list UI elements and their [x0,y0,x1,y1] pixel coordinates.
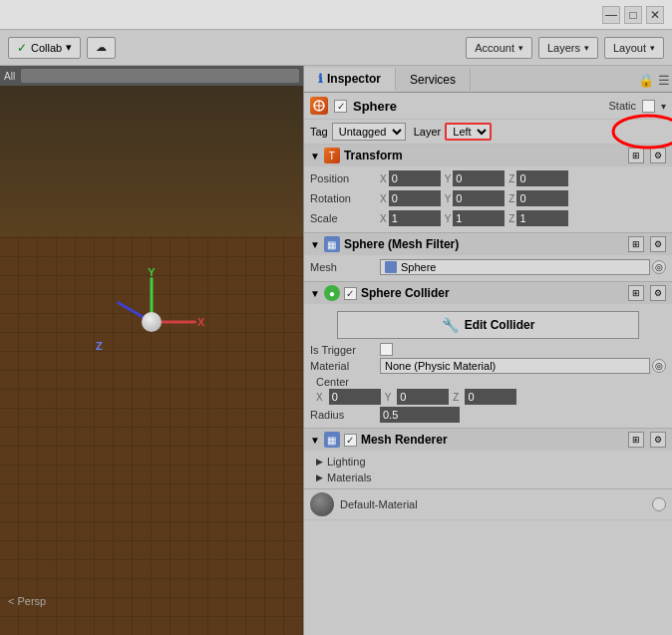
scale-y-input[interactable] [453,210,504,226]
center-y-input[interactable] [397,389,449,405]
materials-expand-row[interactable]: ▶ Materials [310,470,666,485]
wrench-icon: 🔧 [442,317,459,333]
scene-search-bar[interactable] [21,69,299,83]
static-dropdown-arrow[interactable]: ▾ [661,101,666,112]
tag-select[interactable]: Untagged [332,123,406,141]
edit-collider-button[interactable]: 🔧 Edit Collider [337,311,639,339]
account-arrow-icon: ▾ [518,43,523,53]
rotation-label: Rotation [310,192,380,204]
gizmo-z-label: Z [96,340,103,352]
tab-inspector[interactable]: ℹ Inspector [304,68,396,92]
cloud-button[interactable]: ☁ [87,37,116,59]
mesh-filter-gear-button[interactable]: ⚙ [650,236,666,252]
collab-arrow-icon: ▾ [66,41,72,54]
material-target-button[interactable] [652,497,666,511]
mesh-label: Mesh [310,261,380,273]
collider-expand-icon: ▼ [310,288,320,299]
lighting-label: Lighting [327,456,366,468]
transform-save-button[interactable]: ⊞ [628,148,644,163]
tag-label: Tag [310,126,328,138]
pos-x-axis: X [380,173,387,184]
position-z-input[interactable] [516,170,568,186]
scale-x-axis: X [380,213,387,224]
scale-label: Scale [310,212,380,224]
sphere-collider-header[interactable]: ▼ ● Sphere Collider ⊞ ⚙ [304,282,672,304]
object-active-checkbox[interactable] [334,100,347,113]
cloud-icon: ☁ [96,41,107,54]
object-icon [310,97,328,115]
rot-x-axis: X [380,193,387,204]
collab-label: Collab [31,42,62,54]
rotation-y-input[interactable] [453,190,504,206]
mesh-filter-icon: ▦ [324,236,340,252]
collider-save-button[interactable]: ⊞ [628,285,644,301]
mesh-filter-header[interactable]: ▼ ▦ Sphere (Mesh Filter) ⊞ ⚙ [304,233,672,255]
minimize-button[interactable]: — [602,6,620,24]
services-tab-label: Services [410,73,456,87]
position-x-input[interactable] [389,170,441,186]
radius-input[interactable] [380,407,460,423]
center-label: Center [316,376,666,388]
position-y-input[interactable] [453,170,504,186]
layers-button[interactable]: Layers ▾ [538,37,598,59]
mesh-renderer-save-button[interactable]: ⊞ [628,432,644,448]
scale-z-input[interactable] [516,210,568,226]
center-z-input[interactable] [465,389,516,405]
main-area: All Y X Z < Persp ℹ Inspector [0,66,672,635]
scene-view[interactable]: All Y X Z < Persp [0,66,303,635]
tag-layer-row: Tag Untagged Layer Left [304,120,672,145]
material-value-display[interactable]: None (Physic Material) [380,358,650,374]
material-target-icon[interactable]: ◎ [652,359,666,373]
layers-arrow-icon: ▾ [584,43,589,53]
mesh-target-icon[interactable]: ◎ [652,260,666,274]
scale-x-input[interactable] [389,210,441,226]
mesh-filter-save-button[interactable]: ⊞ [628,236,644,252]
mesh-renderer-header[interactable]: ▼ ▦ Mesh Renderer ⊞ ⚙ [304,429,672,451]
scale-z-axis: Z [508,213,514,224]
mesh-icon [385,261,397,273]
transform-gear-button[interactable]: ⚙ [650,148,666,163]
toolbar: ✓ Collab ▾ ☁ Account ▾ Layers ▾ Layout ▾ [0,30,672,66]
mesh-value-display[interactable]: Sphere [380,259,650,275]
close-button[interactable]: ✕ [646,6,664,24]
transform-header[interactable]: ▼ T Transform ⊞ ⚙ [304,145,672,166]
layout-label: Layout [613,42,646,54]
mesh-renderer-gear-button[interactable]: ⚙ [650,432,666,448]
scale-row: Scale X Y Z [310,209,666,227]
collider-gear-button[interactable]: ⚙ [650,285,666,301]
collab-button[interactable]: ✓ Collab ▾ [8,37,81,59]
collider-active-checkbox[interactable] [344,287,357,300]
is-trigger-row: Is Trigger [310,343,666,356]
pos-y-axis: Y [445,173,452,184]
pos-z-axis: Z [508,173,514,184]
maximize-button[interactable]: □ [624,6,642,24]
mesh-filter-body: Mesh Sphere ◎ [304,255,672,281]
position-label: Position [310,172,380,184]
rotation-z-input[interactable] [516,190,568,206]
titlebar: — □ ✕ [0,0,672,30]
position-row: Position X Y Z [310,169,666,187]
object-header: Sphere Static ▾ [304,93,672,120]
is-trigger-checkbox[interactable] [380,343,393,356]
object-name: Sphere [353,99,602,114]
layer-select[interactable]: Left [445,123,492,141]
center-x-axis: X [316,392,323,403]
mesh-filter-component: ▼ ▦ Sphere (Mesh Filter) ⊞ ⚙ Mesh Sphere… [304,233,672,282]
rotation-x-input[interactable] [389,190,441,206]
materials-label: Materials [327,472,372,483]
layer-label: Layer [414,126,442,138]
account-button[interactable]: Account ▾ [466,37,532,59]
menu-icon[interactable]: ☰ [658,73,670,88]
radius-label: Radius [310,409,380,421]
material-row: Material None (Physic Material) ◎ [310,358,666,374]
mesh-renderer-active-checkbox[interactable] [344,434,357,447]
static-checkbox[interactable] [642,100,655,113]
collider-icon: ● [324,285,340,301]
lighting-expand-row[interactable]: ▶ Lighting [310,454,666,470]
layout-button[interactable]: Layout ▾ [604,37,664,59]
tab-services[interactable]: Services [396,69,471,91]
mesh-filter-title: Sphere (Mesh Filter) [344,237,624,251]
info-icon: ℹ [318,72,323,86]
lock-icon[interactable]: 🔒 [638,73,654,88]
center-x-input[interactable] [329,389,381,405]
